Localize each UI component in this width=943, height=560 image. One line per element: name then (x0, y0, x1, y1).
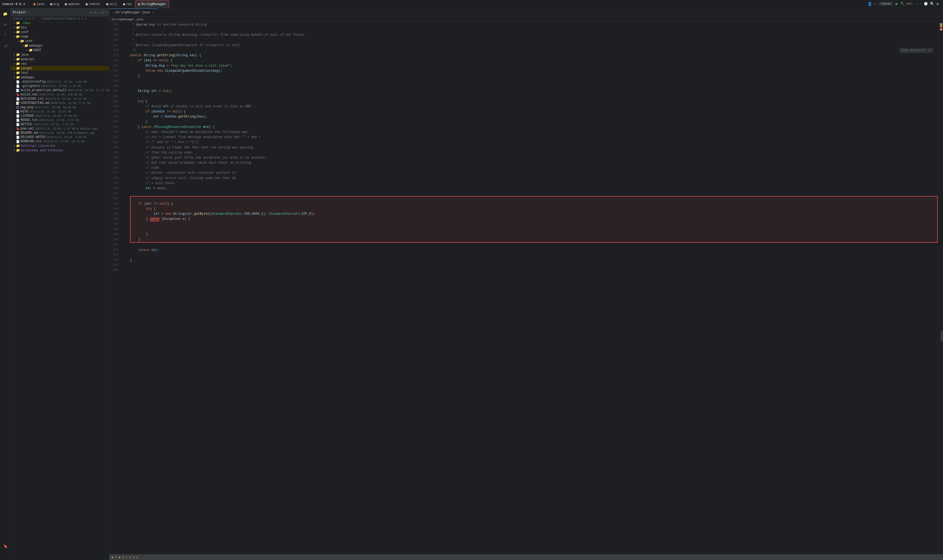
folder-arrow[interactable]: ▾ (21, 44, 25, 48)
tree-item-keys[interactable]: 📄KEYS2023/11/6, 22:58, 14.01 kB (11, 109, 109, 114)
tree-item-license[interactable]: 📄LICENSE2023/11/6, 22:58, 57.09 kB (11, 114, 109, 118)
folder-arrow[interactable]: ▸ (13, 71, 16, 75)
folder-arrow[interactable]: ▸ (13, 76, 16, 79)
line-number: 110 (113, 32, 120, 38)
tree-item-target[interactable]: ▸📁target (11, 66, 109, 71)
user-icon[interactable]: 👤 (867, 2, 872, 6)
tree-item--idea[interactable]: ▸📁.idea (11, 21, 109, 25)
folder-arrow[interactable]: ▸ (13, 67, 16, 70)
folder-icon: 📁 (16, 57, 20, 61)
tree-item-java[interactable]: ▸📁java (11, 52, 109, 57)
breadcrumb-filename[interactable]: StringManager.java (111, 18, 143, 21)
folder-arrow[interactable]: ▸ (13, 53, 16, 57)
tree-meta: 2023/11/6, 22:58, 1.46 kB (41, 85, 81, 88)
tree-item-bin[interactable]: ▸📁bin (11, 25, 109, 30)
tree-item-root[interactable]: ▸📁ROOT (11, 48, 109, 52)
tree-label: conf (25, 39, 33, 43)
folder-arrow[interactable]: ▸ (26, 49, 29, 52)
warning-mark-3 (940, 29, 943, 30)
file-icon: 📄 (16, 97, 20, 101)
tree-item-build-properties-default[interactable]: 📄build.properties.default2023/11/6, 22:5… (11, 88, 109, 92)
tree-item-img-png[interactable]: 🖼img.png2023/11/6, 22:58, 90.18 kB (11, 105, 109, 109)
tree-label: modules (21, 57, 34, 61)
search-icon[interactable]: 🔍 (930, 2, 934, 6)
tree-item-home[interactable]: ▾📂home (11, 34, 109, 39)
clock-icon[interactable]: 🕐 (924, 2, 928, 6)
bookmarks-icon[interactable]: 🔖 (2, 543, 9, 549)
run-button[interactable]: ▶ (895, 1, 898, 6)
tree-item-conf[interactable]: ▾📂conf (11, 39, 109, 43)
title-tab-java[interactable]: java (31, 0, 47, 8)
title-tab-res[interactable]: res (120, 0, 135, 8)
sync-icon[interactable]: ⟳ (90, 11, 93, 15)
tree-item-test[interactable]: ▸📁test (11, 71, 109, 75)
project-icon[interactable]: 📁 (2, 11, 9, 17)
code-line: // str = [cannot find message associated… (130, 135, 938, 140)
tree-item-scratches-and-consoles[interactable]: ▸📁Scratches and Consoles (11, 148, 109, 153)
file-tree[interactable]: ▸📁.idea▸📁bin▸📁conf▾📂home▾📂conf▾📂webapps▸… (11, 21, 109, 560)
vcs-icon[interactable]: ⎇ (2, 43, 9, 49)
tree-item-res[interactable]: ▸📁res (11, 62, 109, 66)
tree-item-modules[interactable]: ▸📁modules (11, 57, 109, 62)
tree-item--editorconfig[interactable]: 📄.editorconfig2023/11/6, 22:54, 1.03 kB (11, 80, 109, 84)
tree-item-pom-xml[interactable]: 🔖pom.xml2023/11/6, 22:58, 2.22 kB 8 minu… (11, 126, 109, 131)
build-icon[interactable]: 🔨 (900, 2, 904, 6)
tree-item-webapps[interactable]: ▸📁webapps (11, 75, 109, 80)
folder-arrow[interactable]: ▾ (17, 40, 20, 43)
code-editor[interactable]: * @param key to desired resource String … (128, 22, 938, 554)
title-tabs: tomcat-9.0.x › javaorgapachetomcatutilre… (2, 0, 941, 8)
tree-item--gitignore[interactable]: 📄.gitignore2023/11/6, 22:58, 1.46 kB (11, 84, 109, 88)
collapse-icon[interactable]: ⊟ (94, 11, 96, 15)
scrollbar-thumb[interactable] (941, 331, 943, 342)
tree-item-external-libraries[interactable]: ▸📁External Libraries (11, 144, 109, 148)
line-number: 120 (113, 84, 120, 89)
folder-icon: 📁 (16, 62, 20, 66)
tree-item-conf[interactable]: ▸📁conf (11, 30, 109, 34)
title-tab-tomcat[interactable]: tomcat (83, 0, 103, 8)
title-tab-apache[interactable]: apache (62, 0, 82, 8)
code-line: } (130, 232, 938, 237)
warning-marks (940, 23, 943, 30)
tree-item-build-xml[interactable]: 🔖build.xml2023/11/6, 22:58, 172.98 kB (11, 92, 109, 97)
tree-label: webapps (21, 76, 34, 79)
code-line: // a null check. (130, 181, 938, 186)
title-tab-org[interactable]: org (48, 0, 62, 8)
tree-item-readme-md[interactable]: 📝README.md2023/11/6, 22:58, 570 B Moment… (11, 131, 109, 135)
folder-arrow[interactable]: ▸ (13, 22, 16, 25)
settings-icon[interactable]: ⚙ (937, 2, 939, 6)
folder-arrow[interactable]: ▸ (13, 149, 16, 152)
line-number: 143 (113, 202, 120, 206)
folder-arrow[interactable]: ▸ (13, 31, 16, 34)
folder-arrow[interactable]: ▸ (13, 58, 16, 61)
folder-arrow[interactable]: ▸ (13, 62, 16, 66)
folder-arrow[interactable]: ▸ (13, 26, 16, 29)
code-line: str = new String(str.getBytes(StandardCh… (130, 212, 938, 217)
options-icon[interactable]: ⋯ (98, 11, 100, 15)
tree-item-webapps[interactable]: ▾📂webapps (11, 43, 109, 48)
commit-icon[interactable]: ⤴ (2, 32, 9, 38)
back-icon[interactable]: ← (874, 2, 876, 6)
tab-close-icon[interactable]: ✕ (152, 11, 154, 14)
code-line: // simply return null. Calling code can … (130, 176, 938, 181)
line-number: 123 (113, 99, 120, 104)
folder-arrow[interactable]: ▾ (13, 35, 16, 38)
title-tab-stringmanager[interactable]: StringManager (135, 0, 169, 8)
editor-tab-stringmanager[interactable]: ☕ StringManager.java ✕ (110, 9, 157, 16)
gear-icon[interactable]: ⚙ (102, 11, 103, 15)
folder-arrow[interactable]: ▸ (13, 145, 16, 148)
title-tab-util[interactable]: util (103, 0, 120, 8)
tree-item-running-txt[interactable]: 📄RUNNING.txt2023/11/6, 22:58, 16.75 kB (11, 139, 109, 144)
code-line: } (130, 120, 938, 125)
tree-item-merge-txt[interactable]: 📄MERGE.txt2023/11/6, 22:58, 2.67 kB (11, 118, 109, 122)
code-line (130, 94, 938, 99)
tree-item-notice[interactable]: 📄NOTICE2023/11/6, 22:54, 2.33 kB (11, 122, 109, 126)
structure-icon[interactable]: ⊞ (2, 21, 9, 28)
tree-item-release-notes[interactable]: 📄RELEASE-NOTES2023/11/6, 22:58, 6.99 kB (11, 135, 109, 139)
code-line: if (str != null) { (130, 202, 938, 206)
tree-item-building-txt[interactable]: 📄BUILDING.txt2023/11/6, 22:58, 20.23 kB (11, 97, 109, 101)
close-panel-icon[interactable]: ✕ (105, 11, 107, 15)
git-label: Git: (907, 2, 914, 5)
line-number: 134 (113, 155, 120, 160)
tree-item-contributing-md[interactable]: 📝CONTRIBUTING.md2023/11/6, 22:58, 6.21 k… (11, 101, 109, 105)
breadcrumb-bar: StringManager.java (110, 17, 943, 22)
